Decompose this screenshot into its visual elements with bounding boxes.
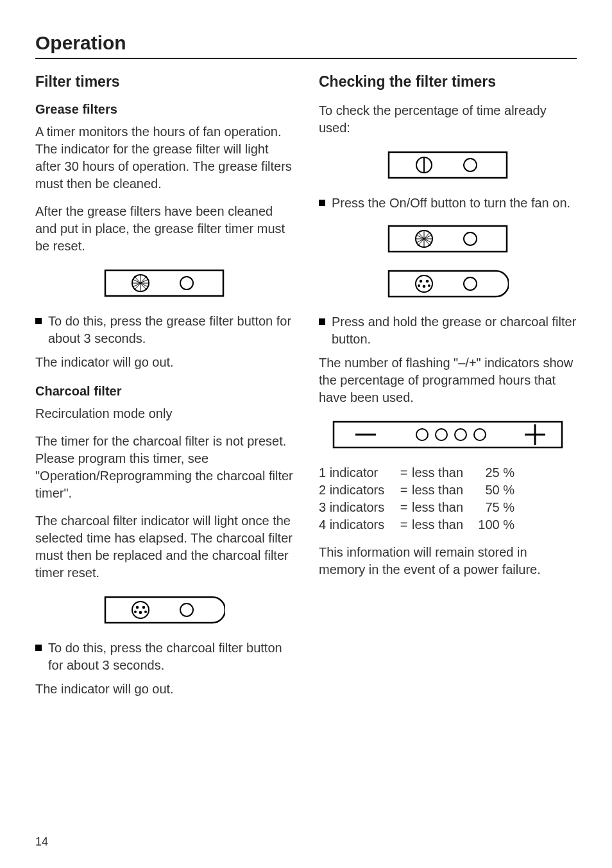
table-row: 4 indicators = less than 100 % bbox=[319, 516, 577, 534]
svg-rect-20 bbox=[389, 226, 507, 252]
content-columns: Filter timers Grease filters A timer mon… bbox=[35, 73, 577, 708]
charcoal-filter-heading: Charcoal filter bbox=[35, 384, 293, 399]
charcoal-reset-text: To do this, press the charcoal filter bu… bbox=[48, 639, 293, 674]
right-p2: The number of flashing "–/+" indicators … bbox=[319, 354, 577, 406]
plus-minus-diagram bbox=[332, 417, 563, 453]
filter-timers-heading: Filter timers bbox=[35, 73, 293, 91]
grease-button-diagram bbox=[103, 265, 225, 301]
checking-timers-heading: Checking the filter timers bbox=[319, 73, 577, 91]
charcoal-p1: Recirculation mode only bbox=[35, 405, 293, 422]
press-hold-step: Press and hold the grease or charcoal fi… bbox=[319, 313, 577, 348]
charcoal-p2: The timer for the charcoal filter is not… bbox=[35, 433, 293, 502]
left-column: Filter timers Grease filters A timer mon… bbox=[35, 73, 293, 708]
svg-point-9 bbox=[132, 602, 149, 618]
svg-point-12 bbox=[139, 611, 142, 614]
charcoal-p3: The charcoal filter indicator will light… bbox=[35, 512, 293, 582]
press-hold-text: Press and hold the grease or charcoal fi… bbox=[332, 313, 577, 348]
svg-point-10 bbox=[136, 606, 139, 609]
right-p3: This information will remain stored in m… bbox=[319, 544, 577, 578]
svg-point-41 bbox=[474, 429, 486, 440]
svg-rect-16 bbox=[389, 152, 507, 178]
grease-reset-step: To do this, press the grease filter butt… bbox=[35, 313, 293, 347]
page-number: 14 bbox=[35, 835, 48, 849]
turn-fan-on-step: Press the On/Off button to turn the fan … bbox=[319, 195, 577, 212]
grease-p2: After the grease filters have been clean… bbox=[35, 203, 293, 255]
bullet-icon bbox=[35, 645, 42, 651]
svg-point-11 bbox=[142, 606, 146, 609]
grease-button-diagram-2 bbox=[387, 221, 509, 257]
svg-point-29 bbox=[416, 275, 432, 292]
turn-fan-on-text: Press the On/Off button to turn the fan … bbox=[332, 195, 570, 212]
right-p1: To check the percentage of time already … bbox=[319, 102, 577, 137]
svg-point-40 bbox=[455, 429, 466, 440]
svg-point-14 bbox=[144, 611, 147, 613]
svg-point-13 bbox=[134, 611, 137, 613]
grease-p3: The indicator will go out. bbox=[35, 354, 293, 371]
table-row: 3 indicators = less than 75 % bbox=[319, 499, 577, 516]
svg-point-33 bbox=[418, 284, 420, 287]
charcoal-reset-step: To do this, press the charcoal filter bu… bbox=[35, 639, 293, 674]
grease-filters-heading: Grease filters bbox=[35, 102, 293, 117]
svg-point-34 bbox=[428, 284, 430, 287]
section-divider bbox=[35, 58, 577, 59]
charcoal-button-diagram-2 bbox=[387, 266, 509, 302]
page-title: Operation bbox=[35, 32, 577, 54]
svg-rect-0 bbox=[105, 270, 223, 296]
svg-point-19 bbox=[464, 159, 477, 171]
svg-point-15 bbox=[180, 603, 193, 616]
charcoal-p4: The indicator will go out. bbox=[35, 681, 293, 698]
svg-point-39 bbox=[436, 429, 447, 440]
table-row: 2 indicators = less than 50 % bbox=[319, 482, 577, 499]
bullet-icon bbox=[35, 318, 42, 324]
onoff-button-diagram bbox=[387, 147, 509, 183]
grease-reset-text: To do this, press the grease filter butt… bbox=[48, 313, 293, 347]
svg-point-32 bbox=[423, 285, 426, 288]
grease-p1: A timer monitors the hours of fan operat… bbox=[35, 123, 293, 193]
svg-point-38 bbox=[416, 429, 428, 440]
charcoal-button-diagram bbox=[103, 592, 225, 628]
svg-point-8 bbox=[180, 277, 193, 290]
indicator-table: 1 indicator = less than 25 % 2 indicator… bbox=[319, 464, 577, 534]
table-row: 1 indicator = less than 25 % bbox=[319, 464, 577, 482]
svg-point-30 bbox=[420, 280, 423, 283]
bullet-icon bbox=[319, 200, 325, 206]
bullet-icon bbox=[319, 318, 325, 325]
svg-point-31 bbox=[426, 280, 429, 283]
svg-point-28 bbox=[464, 232, 477, 245]
svg-point-35 bbox=[464, 277, 477, 290]
right-column: Checking the filter timers To check the … bbox=[319, 73, 577, 708]
